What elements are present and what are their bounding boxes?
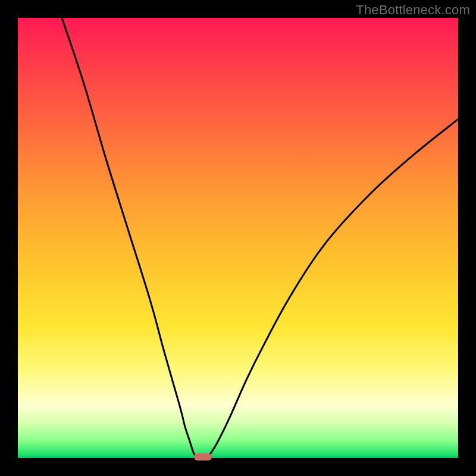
plot-area <box>18 18 458 458</box>
watermark-text: TheBottleneck.com <box>356 2 470 18</box>
curve-svg <box>18 18 458 458</box>
curve-right-branch <box>207 119 458 458</box>
chart-frame: TheBottleneck.com <box>0 0 476 476</box>
curve-left-branch <box>62 18 198 458</box>
minimum-marker <box>194 453 212 461</box>
